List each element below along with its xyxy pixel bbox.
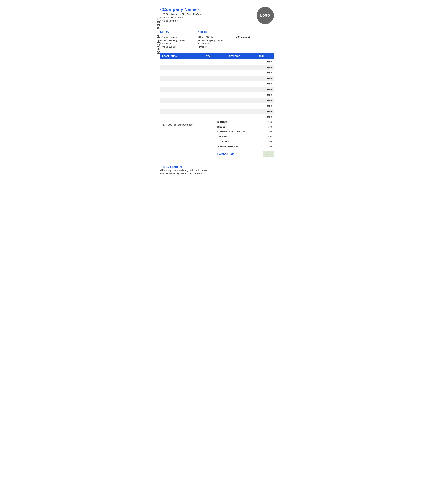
cell-total: 0.00 (251, 70, 274, 76)
discount-row: DISCOUNT 0.00 (215, 125, 274, 129)
company-phone: <Phone Number> (160, 19, 203, 22)
cell-unit_price (217, 70, 251, 76)
cell-qty (199, 81, 217, 87)
table-row: 0.00 (160, 87, 274, 92)
cell-unit_price (217, 76, 251, 81)
table-row: 0.00 (160, 98, 274, 103)
cell-qty (199, 70, 217, 76)
subtotal-value: 0.00 (268, 121, 272, 123)
cell-unit_price (217, 59, 251, 65)
subtotal-less-discount-label: SUBTOTAL LESS DISCOUNT (217, 131, 247, 133)
shipping-label: SHIPPING/HANDLING (217, 145, 240, 148)
cell-qty (199, 76, 217, 81)
subtotal-label: SUBTOTAL (217, 121, 229, 123)
bill-to-company: <Client Company Name> (160, 39, 198, 42)
terms-section: Terms & Instructions <How was payment ma… (160, 164, 274, 175)
cell-unit_price (217, 109, 251, 114)
col-qty: QTY (199, 53, 217, 59)
table-row: 0.00 (160, 103, 274, 109)
receipt-label: RECEIPT #301 (156, 20, 161, 54)
cell-unit_price (217, 81, 251, 87)
cell-description (160, 103, 199, 109)
table-row: 0.00 (160, 65, 274, 70)
cell-description (160, 76, 199, 81)
ship-to-phone: <Phone> (198, 46, 236, 48)
cell-qty (199, 103, 217, 109)
thank-you-message: Thank you for your business! (160, 120, 215, 130)
cell-qty (199, 87, 217, 92)
total-tax-label: TOTAL TAX (217, 141, 229, 143)
ship-to-company: <Client Company Name> (198, 39, 236, 42)
cell-qty (199, 92, 217, 98)
shipping-row: SHIPPING/HANDLING 0.00 (215, 144, 274, 149)
subtotal-less-discount-value: 0.00 (268, 131, 272, 133)
total-tax-value: 0.00 (268, 141, 272, 143)
terms-line1: <How was payment made, e.g: cash, card, … (160, 169, 274, 171)
balance-value: $ - (263, 151, 274, 157)
cell-total: 0.00 (251, 98, 274, 103)
cell-total: 0.00 (251, 87, 274, 92)
address-row: BILL TO <Contact Name> <Client Company N… (160, 31, 274, 48)
tax-rate-label: TAX RATE (217, 136, 228, 138)
cell-unit_price (217, 92, 251, 98)
total-tax-row: TOTAL TAX 0.00 (215, 139, 274, 144)
col-description: DESCRIPTION (160, 53, 199, 59)
cell-qty (199, 114, 217, 120)
table-row: 0.00 (160, 81, 274, 87)
company-address: <123 Street Address, City, State, Zip/Po… (160, 13, 203, 15)
cell-total: 0.00 (251, 76, 274, 81)
table-row: 0.00 (160, 70, 274, 76)
cell-description (160, 114, 199, 120)
totals-table: SUBTOTAL 0.00 DISCOUNT 0.00 SUBTOTAL LES… (215, 120, 274, 159)
table-row: 0.00 (160, 92, 274, 98)
cell-qty (199, 98, 217, 103)
cell-unit_price (217, 65, 251, 70)
cell-description (160, 70, 199, 76)
cell-description (160, 98, 199, 103)
cell-qty (199, 109, 217, 114)
cell-total: 0.00 (251, 81, 274, 87)
ship-to-section: SHIP TO <Name / Dept> <Client Company Na… (198, 31, 236, 48)
bill-to-address: <Address> (160, 42, 198, 45)
bill-to-phone-email: <Phone, Email> (160, 46, 198, 48)
bill-to-section: BILL TO <Contact Name> <Client Company N… (160, 31, 198, 48)
tax-rate-value: 0.00% (266, 136, 272, 138)
date-value: 11/11/11 (241, 36, 250, 38)
discount-value: 0.00 (268, 126, 272, 128)
cell-qty (199, 59, 217, 65)
table-row: 0.00 (160, 109, 274, 114)
cell-total: 0.00 (251, 59, 274, 65)
company-info: <Company Name> <123 Street Address, City… (160, 7, 203, 22)
date-label: Date (236, 36, 241, 38)
receipt-page: RECEIPT #301 <Company Name> <123 Street … (146, 0, 281, 182)
date-section: Date 11/11/11 (236, 31, 274, 38)
company-website-email: <Website, Email Address> (160, 16, 203, 19)
terms-title: Terms & Instructions (160, 165, 274, 168)
table-row: 0.00 (160, 114, 274, 120)
table-row: 0.00 (160, 76, 274, 81)
subtotal-less-discount-row: SUBTOTAL LESS DISCOUNT 0.00 (215, 129, 274, 134)
header-section: <Company Name> <123 Street Address, City… (160, 7, 274, 24)
cell-total: 0.00 (251, 103, 274, 109)
cell-description (160, 59, 199, 65)
cell-total: 0.00 (251, 65, 274, 70)
company-name: <Company Name> (160, 7, 203, 12)
ship-to-title: SHIP TO (198, 31, 236, 34)
balance-row: Balance Paid $ - (215, 149, 274, 159)
ship-to-address: <Address> (198, 42, 236, 45)
cell-total: 0.00 (251, 114, 274, 120)
cell-unit_price (217, 98, 251, 103)
subtotal-row: SUBTOTAL 0.00 (215, 120, 274, 125)
bill-to-contact: <Contact Name> (160, 36, 198, 38)
cell-total: 0.00 (251, 109, 274, 114)
cell-unit_price (217, 87, 251, 92)
cell-unit_price (217, 103, 251, 109)
bill-to-title: BILL TO (160, 31, 198, 34)
cell-total: 0.00 (251, 92, 274, 98)
col-unit-price: UNIT PRICE (217, 53, 251, 59)
balance-label: Balance Paid (217, 153, 235, 156)
tax-rate-row: TAX RATE 0.00% (215, 134, 274, 139)
company-logo: LOGO (257, 7, 274, 24)
cell-description (160, 109, 199, 114)
cell-description (160, 65, 199, 70)
